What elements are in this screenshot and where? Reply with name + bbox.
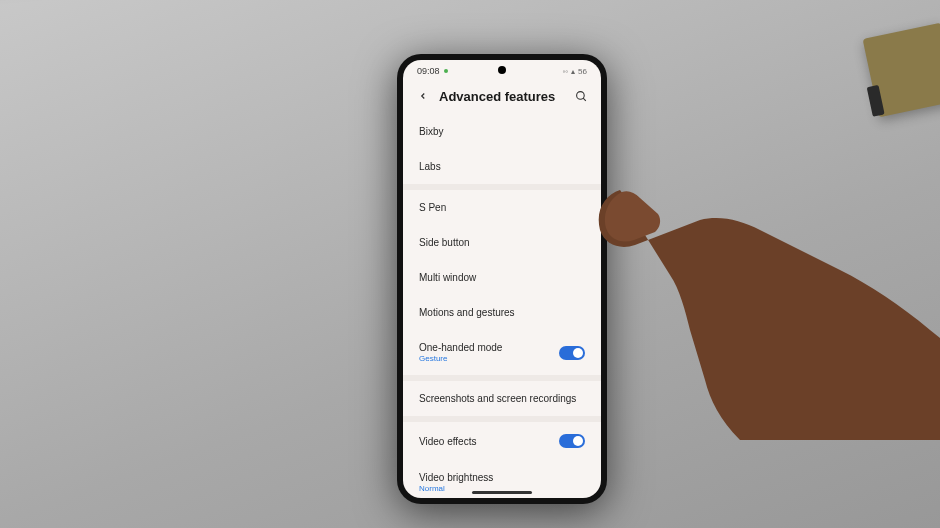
one-handed-toggle[interactable] — [559, 346, 585, 360]
settings-item-label: S Pen — [419, 202, 446, 213]
settings-item-label: Multi window — [419, 272, 476, 283]
status-right: ◦◦ ▴ 56 — [562, 67, 587, 76]
settings-item-screenshots[interactable]: Screenshots and screen recordings — [413, 381, 591, 416]
video-effects-toggle[interactable] — [559, 434, 585, 448]
settings-item-sublabel: Gesture — [419, 354, 559, 363]
background-object — [863, 23, 940, 118]
back-icon[interactable] — [415, 88, 431, 104]
search-icon[interactable] — [575, 89, 589, 103]
settings-item-video-effects[interactable]: Video effects — [413, 422, 591, 460]
settings-item-multi-window[interactable]: Multi window — [413, 260, 591, 295]
front-camera — [498, 66, 506, 74]
status-indicator-icon — [444, 69, 448, 73]
settings-item-label: One-handed mode — [419, 342, 559, 353]
settings-list: Bixby Labs S Pen Side button Multi windo… — [403, 114, 601, 498]
phone-device: 09:08 ◦◦ ▴ 56 Advanced features Bixby — [397, 54, 607, 504]
settings-item-motions[interactable]: Motions and gestures — [413, 295, 591, 330]
phone-screen: 09:08 ◦◦ ▴ 56 Advanced features Bixby — [403, 60, 601, 498]
page-title: Advanced features — [439, 89, 567, 104]
settings-item-label: Bixby — [419, 126, 443, 137]
settings-item-label: Video brightness — [419, 472, 585, 483]
settings-item-label: Screenshots and screen recordings — [419, 393, 576, 404]
settings-item-side-button[interactable]: Side button — [413, 225, 591, 260]
svg-line-1 — [583, 98, 586, 101]
svg-point-0 — [577, 91, 585, 99]
battery-level: 56 — [578, 67, 587, 76]
signal-icon: ▴ — [571, 67, 575, 76]
settings-header: Advanced features — [403, 82, 601, 114]
settings-item-label: Video effects — [419, 436, 476, 447]
settings-item-label: Side button — [419, 237, 470, 248]
settings-item-label: Motions and gestures — [419, 307, 515, 318]
settings-item-labs[interactable]: Labs — [413, 149, 591, 184]
nav-bar-indicator[interactable] — [472, 491, 532, 494]
settings-item-one-handed[interactable]: One-handed mode Gesture — [413, 330, 591, 375]
settings-item-label: Labs — [419, 161, 441, 172]
wifi-icon: ◦◦ — [562, 67, 568, 76]
settings-item-bixby[interactable]: Bixby — [413, 114, 591, 149]
status-time: 09:08 — [417, 66, 440, 76]
settings-item-spen[interactable]: S Pen — [413, 190, 591, 225]
